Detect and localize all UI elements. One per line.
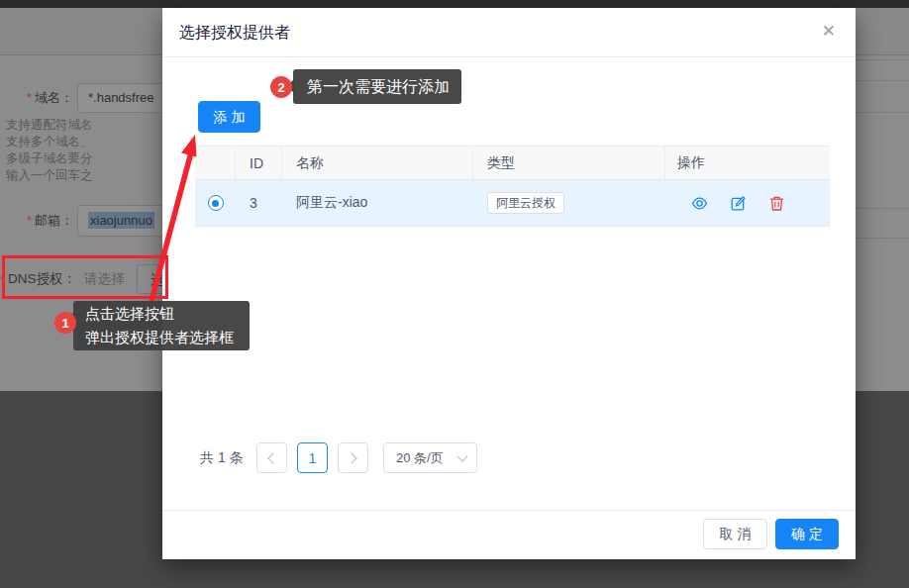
row-type-cell: 阿里云授权 xyxy=(473,180,665,226)
row-name-cell: 阿里云-xiao xyxy=(282,180,473,226)
page-size-select[interactable]: 20 条/页 xyxy=(383,442,477,473)
select-provider-modal: 选择授权提供者 ✕ 添 加 ID 名称 类型 操作 3 阿里云-xiao 阿里云… xyxy=(162,8,856,559)
prev-page-button[interactable] xyxy=(256,442,287,473)
bg-row-line xyxy=(856,208,909,209)
screen: *域名： *.handsfree 支持通配符域名 支持多个域名、 多级子域名要分… xyxy=(0,0,909,588)
chevron-right-icon xyxy=(346,452,356,463)
bg-row-line xyxy=(856,238,909,239)
table-header-row: ID 名称 类型 操作 xyxy=(195,146,830,180)
page-number-button[interactable]: 1 xyxy=(297,442,328,473)
provider-table: ID 名称 类型 操作 3 阿里云-xiao 阿里云授权 xyxy=(195,146,830,227)
step-badge-1: 1 xyxy=(54,312,76,334)
email-label: *邮箱： xyxy=(0,212,73,230)
name-column-header: 名称 xyxy=(282,147,473,179)
annotation-tooltip-step1: 点击选择按钮 弹出授权提供者选择框 xyxy=(73,301,250,350)
type-column-header: 类型 xyxy=(473,147,665,179)
table-row[interactable]: 3 阿里云-xiao 阿里云授权 xyxy=(195,180,830,227)
required-mark: * xyxy=(27,90,32,105)
domain-label: *域名： xyxy=(0,89,73,107)
step-badge-2: 2 xyxy=(270,76,292,98)
chevron-down-icon xyxy=(456,450,467,461)
tooltip-line: 弹出授权提供者选择框 xyxy=(85,326,250,349)
modal-footer: 取 消 确 定 xyxy=(162,510,856,559)
bg-row-line xyxy=(856,59,909,60)
tooltip-text: 第一次需要进行添加 xyxy=(307,78,450,95)
cancel-button[interactable]: 取 消 xyxy=(703,519,767,549)
actions-column-header: 操作 xyxy=(665,147,830,179)
close-icon[interactable]: ✕ xyxy=(822,21,836,43)
bg-row-line xyxy=(856,80,909,81)
chevron-left-icon xyxy=(267,452,278,463)
tooltip-line: 点击选择按钮 xyxy=(85,302,250,326)
page-top-bar xyxy=(0,0,909,8)
next-page-button[interactable] xyxy=(338,442,368,473)
domain-help-text: 支持通配符域名 支持多个域名、 多级子域名要分 输入一个回车之 xyxy=(6,117,93,184)
view-eye-icon[interactable] xyxy=(691,195,708,212)
pagination-total: 共 1 条 xyxy=(200,442,244,473)
row-actions-cell xyxy=(665,180,830,226)
required-mark: * xyxy=(27,213,32,228)
confirm-button[interactable]: 确 定 xyxy=(775,519,839,549)
edit-icon[interactable] xyxy=(730,195,747,212)
annotation-tooltip-step2: 第一次需要进行添加 xyxy=(293,69,461,104)
bg-row-line xyxy=(856,112,909,113)
page-size-value: 20 条/页 xyxy=(396,449,444,467)
modal-header: 选择授权提供者 ✕ xyxy=(162,8,856,57)
id-column-header: ID xyxy=(236,147,282,179)
annotation-arrow-icon xyxy=(137,127,216,315)
row-id-cell: 3 xyxy=(236,180,282,226)
delete-trash-icon[interactable] xyxy=(768,195,785,212)
type-tag: 阿里云授权 xyxy=(487,192,564,214)
modal-title: 选择授权提供者 xyxy=(179,8,290,56)
